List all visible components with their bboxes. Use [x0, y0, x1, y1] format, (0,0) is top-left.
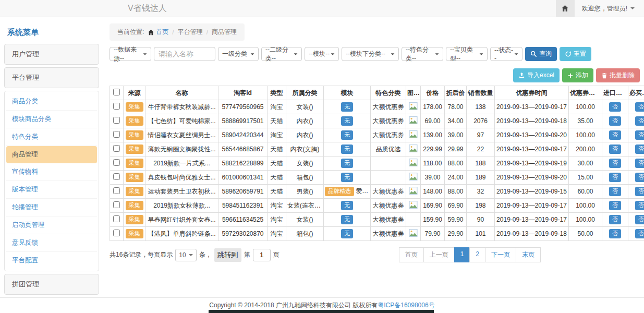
- must-buy-toggle[interactable]: 否: [635, 201, 644, 210]
- row-checkbox[interactable]: [113, 131, 120, 138]
- icon-cell: [406, 142, 421, 156]
- source-badge: 采集: [126, 201, 143, 210]
- filter-select-data-source[interactable]: --数据来源--: [110, 47, 151, 61]
- import-select-toggle[interactable]: 否: [609, 116, 621, 125]
- page-number-input[interactable]: [253, 249, 271, 261]
- goods-thumbnail: [409, 102, 418, 110]
- must-buy-toggle[interactable]: 否: [635, 145, 644, 153]
- import-select-toggle[interactable]: 否: [609, 187, 621, 196]
- admin-page: V省钱达人 欢迎您，管理员! 系统菜单 用户管理平台管理商品分类模块商品分类特色…: [0, 0, 644, 313]
- reset-button[interactable]: 重置: [560, 47, 591, 61]
- row-checkbox[interactable]: [113, 159, 120, 166]
- breadcrumb-home-link[interactable]: 首页: [148, 28, 168, 37]
- last-page-button[interactable]: 末页: [516, 247, 541, 262]
- import-select-cell: 否: [602, 185, 628, 199]
- feature-cell: 大额优惠券: [371, 128, 406, 142]
- taoke-id-cell: 577479560965: [218, 100, 268, 114]
- must-buy-cell: 否: [628, 142, 644, 156]
- must-buy-toggle[interactable]: 否: [635, 215, 644, 224]
- must-buy-toggle[interactable]: 否: [635, 116, 644, 125]
- sidebar-subitem-平台配置[interactable]: 平台配置: [6, 252, 97, 269]
- row-select-cell: [110, 156, 124, 171]
- sidebar-item-用户管理[interactable]: 用户管理: [4, 44, 99, 65]
- goods-thumbnail: [409, 130, 418, 138]
- must-buy-toggle[interactable]: 否: [635, 159, 644, 167]
- sidebar-subitem-商品分类[interactable]: 商品分类: [6, 93, 97, 111]
- sidebar-item-拼团管理[interactable]: 拼团管理: [4, 274, 99, 295]
- import-select-toggle[interactable]: 否: [609, 229, 621, 238]
- prev-page-button[interactable]: 上一页: [423, 247, 455, 262]
- home-button[interactable]: [556, 0, 575, 17]
- row-checkbox[interactable]: [113, 173, 120, 180]
- sidebar-subitem-特色分类[interactable]: 特色分类: [6, 128, 97, 146]
- import-select-toggle[interactable]: 否: [609, 102, 621, 111]
- page-button-1[interactable]: 1: [454, 247, 470, 262]
- filter-select-status[interactable]: --状态--: [490, 47, 523, 61]
- filter-select-feature-category[interactable]: --特色分类--: [402, 47, 443, 61]
- filter-select-module-subcategory[interactable]: --模块下分类--: [342, 47, 399, 61]
- sidebar-subitem-启动页管理[interactable]: 启动页管理: [6, 216, 97, 234]
- sidebar-subitem-版本管理[interactable]: 版本管理: [6, 181, 97, 199]
- category-cell: 女装(): [286, 213, 324, 227]
- name-search-input[interactable]: [154, 47, 215, 61]
- sidebar-subitem-意见反馈[interactable]: 意见反馈: [6, 234, 97, 252]
- user-menu[interactable]: 欢迎您，管理员!: [575, 4, 644, 13]
- row-select-cell: [110, 227, 124, 241]
- filter-select-item-type[interactable]: --宝贝类型--: [446, 47, 488, 61]
- must-buy-toggle[interactable]: 否: [635, 102, 644, 111]
- import-select-toggle[interactable]: 否: [609, 201, 621, 210]
- source-badge: 采集: [126, 116, 143, 125]
- icon-cell: [406, 185, 421, 199]
- sidebar-item-平台管理[interactable]: 平台管理: [4, 67, 99, 88]
- page-button-2[interactable]: 2: [469, 247, 485, 262]
- per-page-select[interactable]: 10: [175, 249, 196, 261]
- query-button[interactable]: 查询: [525, 47, 557, 61]
- import-select-toggle[interactable]: 否: [609, 173, 621, 182]
- jump-button[interactable]: 跳转到: [214, 248, 241, 262]
- filter-select-level1-category[interactable]: 一级分类: [218, 47, 259, 61]
- sales-cell: 101: [467, 227, 495, 241]
- filter-select-level2-category[interactable]: --二级分类--: [261, 47, 302, 61]
- source-cell: 采集: [124, 171, 145, 185]
- reset-label: 重置: [574, 50, 586, 58]
- row-checkbox[interactable]: [113, 201, 120, 208]
- discount-price-cell: 78.00: [445, 100, 467, 114]
- must-buy-toggle[interactable]: 否: [635, 173, 644, 182]
- import-select-toggle[interactable]: 否: [609, 159, 621, 167]
- sidebar-title: 系统菜单: [4, 23, 99, 44]
- source-cell: 采集: [124, 156, 145, 171]
- next-page-button[interactable]: 下一页: [485, 247, 516, 262]
- must-buy-toggle[interactable]: 否: [635, 130, 644, 139]
- chevron-down-icon: [435, 53, 439, 55]
- price-cell: 118.00: [421, 156, 445, 171]
- sidebar-subitem-模块商品分类[interactable]: 模块商品分类: [6, 111, 97, 128]
- select-all-checkbox[interactable]: [113, 89, 120, 95]
- row-checkbox[interactable]: [113, 145, 120, 152]
- import-select-toggle[interactable]: 否: [609, 215, 621, 224]
- row-checkbox[interactable]: [113, 103, 120, 110]
- add-button[interactable]: 添加: [562, 68, 593, 82]
- trash-icon: [601, 73, 607, 79]
- sidebar-subitem-宣传物料[interactable]: 宣传物料: [6, 163, 97, 181]
- first-page-button[interactable]: 首页: [399, 247, 424, 262]
- must-buy-toggle[interactable]: 否: [635, 229, 644, 238]
- row-checkbox[interactable]: [113, 215, 120, 222]
- sidebar-subitem-轮播管理[interactable]: 轮播管理: [6, 199, 97, 216]
- import-select-toggle[interactable]: 否: [609, 145, 621, 153]
- filter-select-module[interactable]: --模块--: [305, 47, 339, 61]
- row-checkbox[interactable]: [113, 117, 120, 124]
- must-buy-cell: 否: [628, 227, 644, 241]
- coupon-time-cell: 2019-09-13—2019-09-17: [495, 213, 569, 227]
- sidebar-subitem-商品管理[interactable]: 商品管理: [6, 146, 97, 163]
- row-select-cell: [110, 100, 124, 114]
- batch-delete-button[interactable]: 批量删除: [596, 68, 640, 82]
- row-checkbox[interactable]: [113, 187, 120, 194]
- feature-cell: 大额优惠券: [371, 227, 406, 241]
- must-buy-toggle[interactable]: 否: [635, 187, 644, 196]
- import-excel-button[interactable]: 导入excel: [513, 68, 560, 82]
- import-select-toggle[interactable]: 否: [609, 130, 621, 139]
- icp-link[interactable]: 粤ICP备16098006号: [378, 301, 434, 310]
- row-checkbox[interactable]: [113, 230, 120, 236]
- goods-table: 来源名称淘客id类型所属分类模块特色分类图标价格折后价销售数量优惠券时间优惠券金…: [110, 86, 644, 241]
- home-icon: [148, 29, 154, 35]
